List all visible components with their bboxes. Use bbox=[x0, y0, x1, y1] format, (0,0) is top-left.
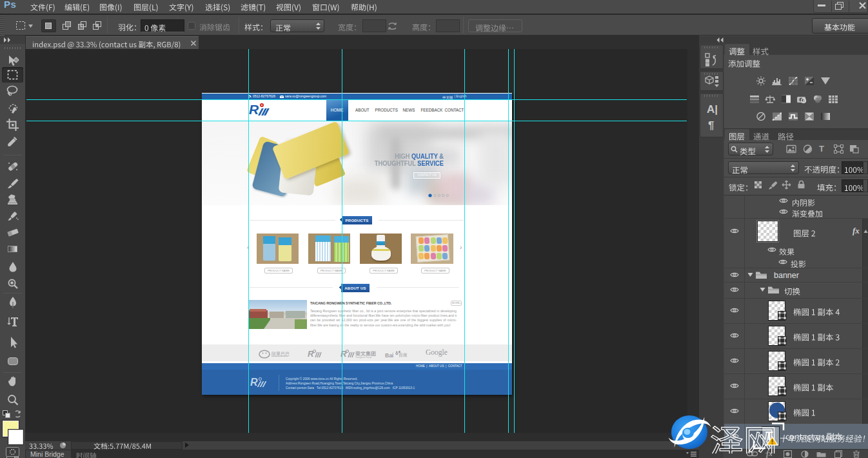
svg-text:Bai: Bai bbox=[385, 352, 393, 359]
